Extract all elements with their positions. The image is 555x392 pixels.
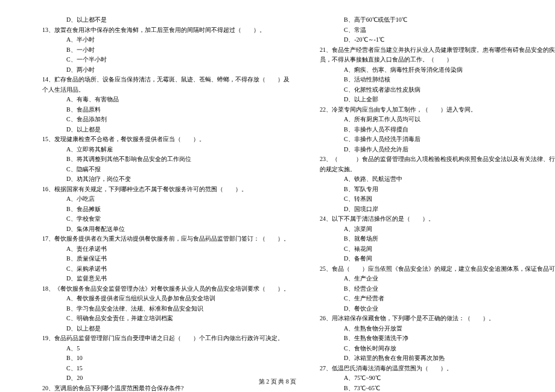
option-26a: A、生熟食物分开放置: [308, 324, 555, 334]
option-23a: A、铁路、民航运营中: [308, 174, 555, 185]
option-18d: D、以上都是: [30, 324, 290, 334]
option-26d: D、冰箱里的熟食在食用前要再次加热: [308, 353, 555, 364]
option-21d: D、以上全部: [308, 95, 555, 105]
option-25b: B、经营企业: [308, 284, 555, 294]
option-20b: B、高于60℃或低于10℃: [308, 15, 555, 25]
option-17b: B、质量保证书: [30, 254, 290, 264]
option-14c: C、食品添加剂: [30, 115, 290, 125]
question-15: 15、发现健康检查不合格者，餐饮服务提供者应当（ ）。: [30, 134, 290, 145]
option-13a: A、半小时: [30, 35, 290, 45]
right-column: B、高于60℃或低于10℃ C、常温 D、-20℃～-1℃ 21、食品生产经营者…: [308, 15, 555, 371]
option-19b: B、10: [30, 353, 290, 364]
question-16: 16、根据国家有关规定，下列哪种业态不属于餐饮服务许可的范围（ ）。: [30, 185, 290, 195]
option-24b: B、就餐场所: [308, 234, 555, 244]
page-footer: 第 2 页 共 8 页: [0, 378, 555, 386]
option-20d: D、-20℃～-1℃: [308, 35, 555, 45]
option-24a: A、凉菜间: [308, 224, 555, 235]
option-23d: D、国境口岸: [308, 204, 555, 215]
option-22a: A、所有厨房工作人员均可以: [308, 115, 555, 125]
option-15c: C、隐瞒不报: [30, 165, 290, 175]
option-21b: B、活动性肺结核: [308, 75, 555, 85]
option-19a: A、5: [30, 344, 290, 354]
option-13c: C、一个半小时: [30, 55, 290, 65]
question-23: 23、（ ）食品的监督管理由出入境检验检疫机构依照食品安全法以及有关法律、行政法…: [308, 154, 555, 174]
question-22: 22、冷菜专间内应当由专人加工制作，（ ）进入专间。: [308, 105, 555, 115]
question-13: 13、放置在食用冰中保存的生食海鲜，加工后至食用的间隔时间不得超过（ ）。: [30, 25, 290, 36]
left-column: D、以上都不是 13、放置在食用冰中保存的生食海鲜，加工后至食用的间隔时间不得超…: [30, 15, 290, 371]
option-23b: B、军队专用: [308, 185, 555, 195]
question-18: 18、《餐饮服务食品安全监督管理办法》对餐饮服务从业人员的食品安全培训要求（ ）…: [30, 284, 290, 294]
option-15b: B、将其调整到其他不影响食品安全的工作岗位: [30, 154, 290, 165]
option-13b: B、一小时: [30, 45, 290, 55]
option-16a: A、小吃店: [30, 194, 290, 204]
question-19: 19、食品药品监督管理部门应当自受理申请之日起（ ）个工作日内做出行政许可决定。: [30, 334, 290, 344]
option-16c: C、学校食堂: [30, 214, 290, 224]
option-26c: C、食物长时间存放: [308, 344, 555, 354]
option-16d: D、集体用餐配送单位: [30, 224, 290, 235]
option-18a: A、餐饮服务提供者应当组织从业人员参加食品安全培训: [30, 294, 290, 304]
option-14b: B、食品原料: [30, 105, 290, 115]
option-18b: B、学习食品安全法律、法规、标准和食品安全知识: [30, 304, 290, 314]
option-15d: D、劝其治疗，岗位不变: [30, 174, 290, 185]
question-27: 27、低温巴氏消毒法消毒的温度范围为（ ）。: [308, 364, 555, 374]
option-13d: D、两小时: [30, 65, 290, 75]
option-16b: B、食品摊贩: [30, 204, 290, 215]
option-23c: C、转基因: [308, 194, 555, 204]
question-17: 17、餐饮服务提供者在为重大活动提供餐饮服务前，应与食品药品监管部门签订：（ ）…: [30, 234, 290, 244]
document-content: D、以上都不是 13、放置在食用冰中保存的生食海鲜，加工后至食用的间隔时间不得超…: [30, 15, 525, 371]
option-25d: D、餐饮企业: [308, 304, 555, 314]
option-24d: D、备餐间: [308, 254, 555, 264]
option-22c: C、非操作人员经洗手消毒后: [308, 134, 555, 145]
question-25: 25、食品（ ）应当依照《食品安全法》的规定，建立食品安全追溯体系，保证食品可追…: [308, 264, 555, 274]
option-18c: C、明确食品安全责任，并建立培训档案: [30, 314, 290, 324]
option-24c: C、裱花间: [308, 244, 555, 254]
option-25c: C、生产经营者: [308, 294, 555, 304]
question-26: 26、用冰箱保存保藏食物，下列哪个是不正确的做法：（ ）。: [308, 314, 555, 324]
option-21c: C、化脓性或者渗出性皮肤病: [308, 85, 555, 95]
option-17c: C、采购承诺书: [30, 264, 290, 274]
option-14d: D、以上都是: [30, 125, 290, 135]
option-19c: C、15: [30, 364, 290, 374]
option-20c: C、常温: [308, 25, 555, 36]
option-25a: A、生产企业: [308, 274, 555, 284]
option-15a: A、立即将其解雇: [30, 145, 290, 155]
option-22b: B、非操作人员不得擅自: [308, 125, 555, 135]
option-12d: D、以上都不是: [30, 15, 290, 25]
option-26b: B、生熟食物要清洗干净: [308, 334, 555, 344]
option-17a: A、责任承诺书: [30, 244, 290, 254]
option-22d: D、非操作人员经允许后: [308, 145, 555, 155]
option-14a: A、有毒、有害物品: [30, 95, 290, 105]
question-14: 14、贮存食品的场所、设备应当保持清洁，无霉斑、鼠迹、苍蝇、蟑螂，不得存放（ ）…: [30, 75, 290, 95]
question-21: 21、食品生产经营者应当建立并执行从业人员健康管理制度。患有哪些有碍食品安全的疾…: [308, 45, 555, 65]
option-21a: A、痢疾、伤寒、病毒性肝炎等消化道传染病: [308, 65, 555, 75]
option-17d: D、监督意见书: [30, 274, 290, 284]
question-24: 24、以下不属于清洁操作区的是（ ）。: [308, 214, 555, 224]
